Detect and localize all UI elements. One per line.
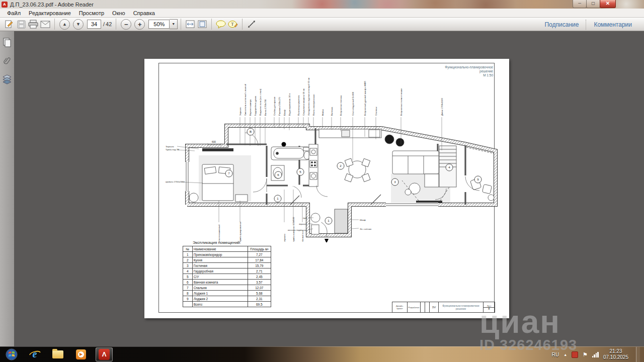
screen: A Д.П_23.06.23.pdf - Adobe Reader ─ ▢ ✕ … bbox=[0, 0, 644, 362]
room-number: 4 bbox=[448, 165, 450, 169]
plan-annotation: Гардеробная дужка bbox=[254, 96, 257, 116]
table-row: 7Спальня12,07 bbox=[183, 285, 271, 291]
minimize-button[interactable]: ─ bbox=[573, 0, 587, 8]
plan-annotation: Встроенный духовой шкаф и МВП bbox=[364, 81, 366, 116]
plan-annotation: Встроенные полки в нишах bbox=[400, 88, 403, 116]
layers-icon[interactable] bbox=[2, 73, 12, 84]
attachments-paperclip-icon[interactable] bbox=[2, 55, 12, 66]
tray-date: 07.10.2025 bbox=[603, 354, 628, 360]
plan-annotation: Эл. счётчик bbox=[360, 228, 371, 230]
room-number: 7 bbox=[228, 171, 230, 175]
plan-annotation: Зеркало bbox=[166, 145, 174, 148]
print-icon[interactable] bbox=[27, 19, 39, 30]
titleblock-stage: 3V bbox=[432, 306, 436, 309]
tray-time: 21:23 bbox=[609, 348, 622, 354]
menu-item-2[interactable]: Редактирование bbox=[25, 9, 75, 17]
toolbar-separator bbox=[54, 19, 55, 30]
table-header: № bbox=[183, 246, 193, 252]
total-value: 69,5 bbox=[248, 302, 271, 307]
menu-item-3[interactable]: Просмотр bbox=[75, 9, 108, 17]
window-titlebar: A Д.П_23.06.23.pdf - Adobe Reader bbox=[0, 0, 644, 9]
titleblock-sheet-value: 8 bbox=[488, 308, 490, 310]
plan-annotation: Стеллаж bbox=[375, 107, 377, 116]
plan-annotation: стол письменный bbox=[218, 224, 220, 242]
table-total-row: Всего: 69,5 bbox=[183, 302, 271, 307]
text-highlight-icon[interactable]: T bbox=[227, 19, 239, 30]
titleblock-org2: проект bbox=[396, 307, 403, 310]
fit-width-icon[interactable] bbox=[184, 19, 196, 30]
zoom-in-button[interactable]: + bbox=[134, 19, 145, 30]
plan-annotation: Раковина 500х270 bbox=[278, 97, 281, 116]
page-number-input[interactable]: 34 bbox=[87, 20, 101, 29]
room-number: 9 bbox=[477, 177, 479, 181]
toolbar-separator bbox=[116, 19, 116, 30]
hidden-icons-arrow[interactable]: ▲ bbox=[564, 353, 567, 356]
close-button[interactable]: ✕ bbox=[600, 0, 616, 8]
plan-annotation: Плита электрическая bbox=[312, 94, 315, 116]
table-row: 5С/У2,45 bbox=[183, 274, 271, 280]
svg-text:e: e bbox=[33, 348, 37, 359]
network-signal-icon[interactable] bbox=[592, 352, 599, 357]
table-row: 2Кухня17,84 bbox=[183, 257, 271, 263]
antivirus-tray-icon[interactable] bbox=[572, 351, 578, 358]
comment-bubble-icon[interactable] bbox=[215, 19, 227, 30]
toolbar-separator bbox=[211, 19, 212, 30]
room-number: 3 bbox=[394, 180, 396, 184]
dimension-label: 600 bbox=[212, 141, 216, 143]
plan-annotation: Холодильник отдельностоящий 60 см bbox=[307, 78, 310, 116]
explication-title: Экспликация помещений: bbox=[193, 240, 241, 245]
menu-item-4[interactable]: Окно bbox=[108, 9, 129, 17]
email-icon[interactable] bbox=[39, 19, 51, 30]
page-thumbnails-icon[interactable] bbox=[2, 37, 12, 48]
previous-page-button[interactable]: ▲ bbox=[59, 19, 70, 30]
start-button[interactable] bbox=[3, 347, 20, 361]
leader-line bbox=[351, 228, 359, 229]
clock[interactable]: 21:23 07.10.2025 bbox=[603, 348, 628, 360]
document-viewport[interactable]: Функционально-планировочное решение М 1:… bbox=[14, 31, 644, 347]
plan-annotation: зеркало bbox=[299, 223, 307, 225]
plan-annotation: Мойка bbox=[321, 109, 324, 116]
page-divider: / bbox=[103, 21, 105, 27]
explication-table: №НаименованиеПлощадь м² 1Прихожая/коридо… bbox=[183, 246, 271, 307]
menu-item-5[interactable]: Справка bbox=[129, 9, 159, 17]
total-label: Всего: bbox=[192, 302, 248, 307]
media-player-icon[interactable]: ▶ bbox=[72, 347, 90, 361]
taskbar: e ▶ Λ RU ▲ ⚑ 21:23 07.10.2025 bbox=[0, 346, 644, 362]
plan-annotation: Диван 2700х1600 bbox=[441, 98, 443, 116]
save-icon[interactable] bbox=[15, 19, 27, 30]
navigation-sidebar bbox=[0, 31, 15, 347]
signing-button[interactable]: Подписание bbox=[537, 21, 586, 28]
zoom-dropdown-arrow[interactable]: ▼ bbox=[170, 19, 178, 29]
table-row: 8Лоджия 15,68 bbox=[183, 291, 271, 296]
table-header: Наименование bbox=[192, 246, 248, 252]
file-explorer-icon[interactable] bbox=[49, 347, 66, 361]
plan-annotation: Водонагреватель 30 л bbox=[288, 93, 291, 116]
edit-icon[interactable] bbox=[3, 19, 15, 30]
internet-explorer-icon[interactable]: e bbox=[26, 347, 43, 361]
window-controls: ─ ▢ ✕ bbox=[573, 0, 615, 8]
next-page-button[interactable]: ▼ bbox=[73, 19, 84, 30]
plan-annotation: Верхняя камера bbox=[249, 99, 252, 116]
plan-annotation: Стиральная машина 60 см bbox=[302, 88, 305, 116]
adobe-reader-taskbar-icon[interactable]: Λ bbox=[96, 347, 113, 361]
plan-annotation: зеркало bbox=[283, 233, 286, 242]
table-header-row: №НаименованиеПлощадь м² bbox=[183, 246, 271, 252]
comments-button[interactable]: Комментарии bbox=[587, 21, 639, 28]
fullscreen-icon[interactable] bbox=[246, 19, 258, 30]
show-desktop-button[interactable] bbox=[636, 347, 640, 362]
action-center-flag-icon[interactable]: ⚑ bbox=[583, 352, 588, 357]
room-number: В bbox=[250, 130, 252, 133]
adobe-reader-app-icon: A bbox=[2, 2, 8, 8]
titleblock-sub: Разработал bbox=[409, 306, 420, 309]
table-header: Площадь м² bbox=[248, 246, 271, 252]
maximize-button[interactable]: ▢ bbox=[586, 0, 600, 8]
plan-annotation: Покрытие пола (осн. план) bbox=[259, 88, 262, 116]
menu-item-1[interactable]: Файл bbox=[3, 9, 25, 17]
plan-annotation: тёплый пол bbox=[301, 230, 304, 242]
zoom-level-input[interactable]: 50% bbox=[148, 20, 170, 29]
title-block: Дизайн- проект Разработал 3V Функциональ… bbox=[392, 302, 495, 313]
language-indicator[interactable]: RU bbox=[552, 352, 559, 357]
zoom-out-button[interactable]: − bbox=[121, 19, 131, 30]
fit-page-icon[interactable] bbox=[196, 19, 208, 30]
menu-bar: ФайлРедактированиеПросмотрОкноСправка bbox=[0, 9, 644, 18]
